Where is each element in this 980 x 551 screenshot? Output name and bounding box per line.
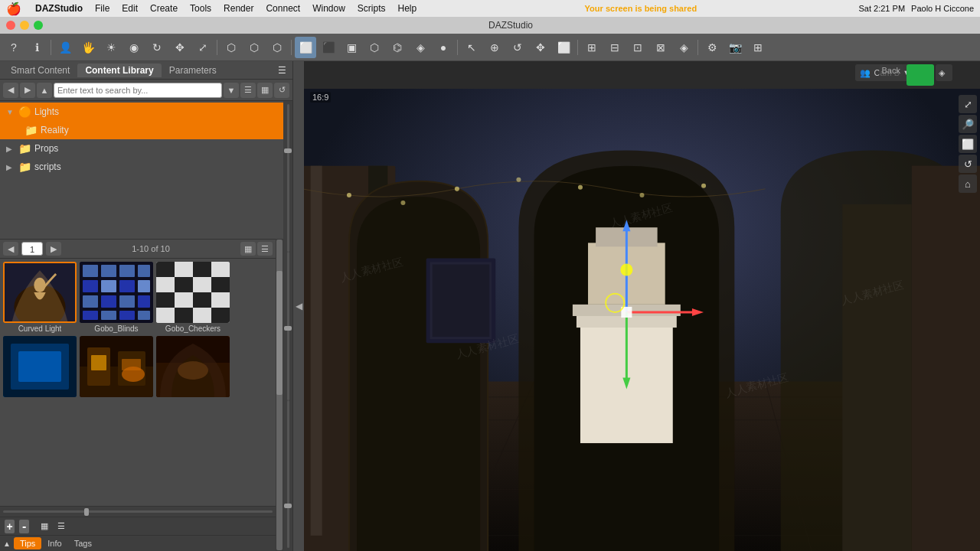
figure-icon[interactable]: 👤 — [54, 37, 76, 58]
vertical-scrollbar[interactable] — [276, 239, 283, 551]
vp-expand-icon[interactable]: ⤢ — [959, 95, 977, 113]
h-handle[interactable] — [84, 508, 89, 516]
search-input[interactable] — [54, 83, 222, 98]
thumb-item4[interactable] — [3, 336, 77, 399]
tree-item-scripts[interactable]: ▶ 📁 scripts — [0, 158, 283, 176]
menu-dazstudio[interactable]: DAZStudio — [29, 3, 89, 14]
scale-icon[interactable]: ⤢ — [192, 37, 214, 58]
weight-icon[interactable]: ⊠ — [650, 37, 671, 58]
tree-item-lights[interactable]: ▼ 🟠 Lights — [0, 103, 283, 121]
bottom-icon2[interactable]: ☰ — [55, 520, 67, 533]
tab-info[interactable]: Info — [41, 537, 67, 549]
3d-viewport[interactable]: 人人素材社区 人人素材社区 人人素材社区 人人素材社区 人人素材社区 16:9 … — [304, 61, 980, 551]
list-view-button[interactable]: ☰ — [257, 242, 273, 256]
menu-help[interactable]: Help — [392, 3, 423, 14]
vp-rotate-icon[interactable]: ↺ — [959, 155, 977, 173]
tab-parameters[interactable]: Parameters — [162, 64, 224, 77]
rotate-icon[interactable]: ↻ — [146, 37, 168, 58]
page-next-button[interactable]: ▶ — [46, 242, 61, 256]
view-toggle-button[interactable]: ☰ — [240, 83, 256, 98]
tree-item-reality[interactable]: 📁 Reality — [0, 121, 283, 139]
lens-icon[interactable]: ⌬ — [387, 37, 408, 58]
translate-icon[interactable]: ⬡ — [220, 37, 242, 58]
thumb-gobo-blinds[interactable]: Gobo_Blinds — [80, 262, 153, 333]
vp-zoom-in-icon[interactable]: 🔎 — [959, 115, 977, 133]
vscroll-thumb[interactable] — [276, 271, 283, 395]
vp-home-icon[interactable]: ⌂ — [959, 174, 977, 193]
tree-item-props[interactable]: ▶ 📁 Props — [0, 139, 283, 158]
iray-icon[interactable]: ● — [433, 37, 454, 58]
color-swatch-green[interactable] — [906, 64, 934, 86]
manipulate-icon[interactable]: ⊕ — [484, 37, 505, 58]
pose-icon[interactable]: 🖐 — [77, 37, 99, 58]
add-item-button[interactable]: + — [5, 520, 15, 533]
search-dropdown-button[interactable]: ▼ — [224, 83, 239, 98]
panel-collapse-button[interactable]: ◀ — [293, 61, 304, 551]
thumb-curved-light[interactable]: Curved Light — [3, 262, 77, 333]
close-button[interactable] — [6, 21, 15, 30]
snap-icon[interactable]: ⊞ — [581, 37, 603, 58]
render-icon[interactable]: ◈ — [410, 37, 431, 58]
maximize-button[interactable] — [34, 21, 43, 30]
panel-menu-icon[interactable]: ☰ — [274, 63, 289, 78]
cam-render-button[interactable]: ◈ — [936, 64, 952, 81]
morph-icon[interactable]: ◉ — [123, 37, 145, 58]
orbit-icon[interactable]: ↺ — [507, 37, 528, 58]
help-icon[interactable]: ? — [3, 37, 24, 58]
menu-file[interactable]: File — [89, 3, 116, 14]
view1-icon[interactable]: ⬜ — [295, 37, 316, 58]
info-icon[interactable]: ℹ — [26, 37, 47, 58]
svg-rect-21 — [156, 262, 175, 277]
vslider3-track[interactable] — [283, 400, 292, 548]
nav-back-button[interactable]: ◀ — [3, 83, 18, 98]
vp-frame-icon[interactable]: ⬜ — [959, 135, 977, 153]
view2-icon[interactable]: ⬛ — [318, 37, 339, 58]
menu-create[interactable]: Create — [144, 3, 184, 14]
remove-item-button[interactable]: - — [19, 520, 29, 533]
thumb-gobo-checkers[interactable]: Gobo_Checkers — [156, 262, 230, 333]
menu-edit[interactable]: Edit — [116, 3, 144, 14]
thumb-item6[interactable] — [156, 336, 230, 399]
menu-window[interactable]: Window — [306, 3, 351, 14]
apple-menu[interactable]: 🍎 — [6, 2, 21, 16]
page-number-input[interactable]: 1 — [21, 242, 43, 256]
menu-render[interactable]: Render — [217, 3, 260, 14]
minimize-button[interactable] — [20, 21, 29, 30]
bottom-icon1[interactable]: ▦ — [38, 520, 51, 533]
vslider3-handle[interactable] — [284, 504, 292, 508]
move-icon[interactable]: ✥ — [169, 37, 191, 58]
geometry-icon[interactable]: ◈ — [673, 37, 694, 58]
search-refresh-button[interactable]: ↺ — [274, 83, 289, 98]
page-prev-button[interactable]: ◀ — [3, 242, 18, 256]
view-grid-button[interactable]: ▦ — [257, 83, 273, 98]
select-icon[interactable]: ↖ — [461, 37, 482, 58]
view3-icon[interactable]: ▣ — [341, 37, 362, 58]
nav-forward-button[interactable]: ▶ — [20, 83, 35, 98]
horizontal-scrollbar[interactable] — [0, 506, 276, 517]
scene-icon[interactable]: ☀ — [100, 37, 122, 58]
scale2-icon[interactable]: ⬡ — [266, 37, 288, 58]
thumb-item5[interactable] — [80, 336, 153, 399]
frame2-icon[interactable]: ⬜ — [553, 37, 574, 58]
nav-up-button[interactable]: ▲ — [37, 83, 52, 98]
tab-content-library[interactable]: Content Library — [77, 64, 161, 77]
align-icon[interactable]: ⊟ — [604, 37, 626, 58]
menu-scripts[interactable]: Scripts — [351, 3, 392, 14]
more-icon[interactable]: ⊞ — [747, 37, 769, 58]
vslider1-track[interactable] — [283, 104, 292, 252]
tab-tips[interactable]: Tips — [14, 537, 41, 549]
menu-tools[interactable]: Tools — [184, 3, 217, 14]
joint-icon[interactable]: ⊡ — [627, 37, 648, 58]
tab-tags[interactable]: Tags — [68, 537, 98, 549]
view4-icon[interactable]: ⬡ — [364, 37, 385, 58]
tab-smart-content[interactable]: Smart Content — [3, 64, 77, 77]
menu-connect[interactable]: Connect — [260, 3, 306, 14]
vslider1-handle[interactable] — [284, 148, 292, 153]
camera-icon[interactable]: 📷 — [724, 37, 746, 58]
settings-icon[interactable]: ⚙ — [701, 37, 723, 58]
pan-icon[interactable]: ✥ — [530, 37, 551, 58]
rotate2-icon[interactable]: ⬡ — [243, 37, 265, 58]
grid-view-button[interactable]: ▦ — [240, 242, 256, 256]
vslider2-track[interactable] — [283, 252, 292, 399]
vslider2-handle[interactable] — [284, 326, 292, 331]
